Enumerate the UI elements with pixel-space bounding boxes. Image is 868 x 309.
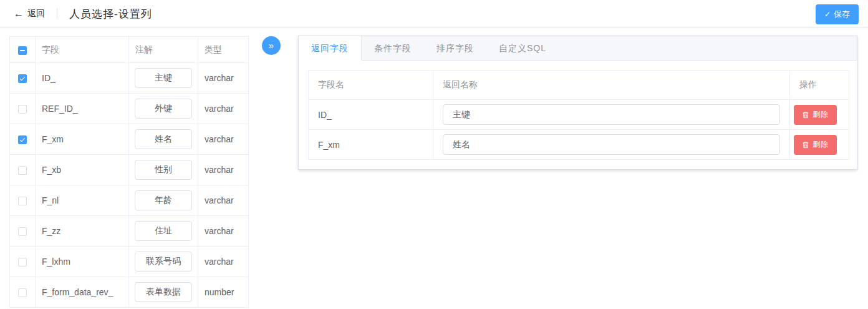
title-divider	[57, 9, 57, 19]
column-header-field-name: 字段名	[309, 71, 433, 100]
field-type: varchar	[198, 185, 249, 216]
comment-input[interactable]	[135, 221, 192, 241]
back-label: 返回	[27, 8, 45, 19]
trash-icon	[802, 111, 809, 119]
delete-button[interactable]: 删除	[794, 135, 837, 155]
field-name: ID_	[36, 63, 129, 94]
return-name-input[interactable]	[443, 134, 780, 155]
comment-input[interactable]	[135, 282, 192, 302]
table-header-row: 字段名 返回名称 操作	[309, 71, 849, 100]
double-arrow-right-icon: »	[269, 41, 274, 50]
comment-input[interactable]	[135, 68, 192, 88]
field-name: REF_ID_	[36, 94, 129, 124]
comment-input[interactable]	[135, 160, 192, 180]
field-name: F_form_data_rev_	[36, 277, 129, 308]
tab-bar: 返回字段 条件字段 排序字段 自定义SQL	[299, 36, 857, 61]
comment-input[interactable]	[135, 129, 192, 149]
top-bar: ← 返回 人员选择-设置列 ✓ 保存	[0, 0, 868, 28]
return-fields-table: 字段名 返回名称 操作 ID_ 删除	[308, 70, 849, 160]
field-type: varchar	[198, 94, 249, 124]
table-row: F_xm varchar	[10, 124, 249, 155]
select-all-checkbox[interactable]	[18, 46, 27, 55]
field-type: varchar	[198, 155, 249, 185]
field-name: F_xm	[36, 124, 129, 155]
delete-label: 删除	[813, 109, 829, 120]
row-checkbox[interactable]	[18, 197, 27, 205]
row-checkbox[interactable]	[18, 105, 27, 114]
table-row: ID_ 删除	[309, 100, 849, 130]
field-type: varchar	[198, 216, 249, 247]
comment-input[interactable]	[135, 252, 192, 272]
table-row: F_nl varchar	[10, 185, 249, 216]
field-name: ID_	[309, 100, 433, 130]
field-type: varchar	[198, 63, 249, 94]
field-name: F_xb	[36, 155, 129, 185]
column-header-comment: 注解	[129, 37, 198, 63]
transfer-right-button[interactable]: »	[262, 36, 281, 55]
row-checkbox[interactable]	[18, 166, 27, 175]
table-row: F_xb varchar	[10, 155, 249, 185]
column-header-action: 操作	[790, 71, 849, 100]
field-type: number	[198, 277, 249, 308]
page-title: 人员选择-设置列	[69, 7, 152, 21]
table-row: F_form_data_rev_ number	[10, 277, 249, 308]
tab-condition-fields[interactable]: 条件字段	[362, 36, 424, 61]
save-label: 保存	[834, 9, 850, 20]
comment-input[interactable]	[135, 190, 192, 210]
source-fields-table: 字段 注解 类型 ID_ varchar REF_ID_ varchar F_x…	[9, 36, 249, 308]
column-header-return-name: 返回名称	[433, 71, 790, 100]
tab-content: 字段名 返回名称 操作 ID_ 删除	[299, 61, 857, 169]
column-header-type: 类型	[198, 37, 249, 63]
field-name: F_nl	[36, 185, 129, 216]
row-checkbox[interactable]	[18, 288, 27, 297]
table-row: F_xm 删除	[309, 130, 849, 160]
row-checkbox[interactable]	[18, 74, 27, 83]
field-name: F_xm	[309, 130, 433, 160]
delete-button[interactable]: 删除	[794, 105, 837, 125]
row-checkbox[interactable]	[18, 227, 27, 236]
field-type: varchar	[198, 247, 249, 277]
back-button[interactable]: ← 返回	[14, 8, 45, 19]
save-button[interactable]: ✓ 保存	[816, 4, 859, 24]
delete-label: 删除	[813, 139, 829, 150]
field-name: F_lxhm	[36, 247, 129, 277]
check-icon: ✓	[824, 11, 831, 18]
return-name-input[interactable]	[443, 104, 780, 125]
row-checkbox[interactable]	[18, 258, 27, 267]
tab-custom-sql[interactable]: 自定义SQL	[486, 36, 559, 61]
back-arrow-icon: ←	[14, 9, 24, 19]
comment-input[interactable]	[135, 99, 192, 119]
table-row: REF_ID_ varchar	[10, 94, 249, 124]
field-name: F_zz	[36, 216, 129, 247]
table-row: F_zz varchar	[10, 216, 249, 247]
table-row: ID_ varchar	[10, 63, 249, 94]
table-row: F_lxhm varchar	[10, 247, 249, 277]
column-header-field: 字段	[36, 37, 129, 63]
tab-sort-fields[interactable]: 排序字段	[424, 36, 486, 61]
settings-panel: 返回字段 条件字段 排序字段 自定义SQL 字段名 返回名称 操作 ID_	[298, 36, 857, 170]
table-header-row: 字段 注解 类型	[10, 37, 249, 63]
row-checkbox[interactable]	[18, 135, 27, 144]
field-type: varchar	[198, 124, 249, 155]
tab-return-fields[interactable]: 返回字段	[299, 36, 362, 61]
trash-icon	[802, 141, 809, 149]
